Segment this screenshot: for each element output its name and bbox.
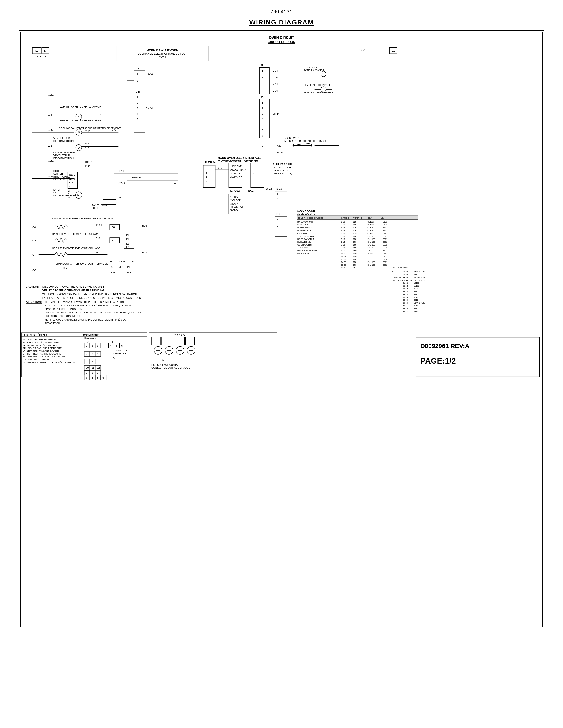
svg-text:BR-BROWN/BRUN: BR-BROWN/BRUN [298,238,315,240]
svg-text:C  4: C 4 [69,181,73,184]
svg-text:TEMPERATURE PROBE: TEMPERATURE PROBE [304,84,331,86]
svg-text:P1   2    1A   2A: P1 2 1A 2A [173,334,186,336]
svg-text:DE PORTE: DE PORTE [53,178,66,181]
section-title: WIRING DIAGRAM [249,19,314,26]
svg-text:1 +13V DC: 1 +13V DC [230,196,242,198]
svg-text:CL1251: CL1251 [368,229,374,232]
svg-text:CONTACT DE SURFACE CHAUDE: CONTACT DE SURFACE CHAUDE [151,366,190,369]
page: 790.4131 WIRING DIAGRAM OVEN CIRCUIT CIR… [0,0,563,728]
svg-text:2: 2 [205,171,207,174]
svg-text:V-14: V-14 [273,89,278,92]
svg-text:SONDE À VIANDE: SONDE À VIANDE [304,69,324,72]
svg-text:13  12: 13 12 [341,258,346,260]
svg-rect-32 [259,67,269,94]
svg-text:3173: 3173 [383,221,387,223]
svg-text:BROIL ELEMENT  ÉLÉMENT DE GRIL: BROIL ELEMENT ÉLÉMENT DE GRILLAGE [52,247,100,250]
svg-text:35  18: 35 18 [403,296,408,298]
svg-text:SEW-1: SEW-1 [368,250,374,252]
svg-text:3321: 3321 [383,238,387,240]
svg-text:O-7: O-7 [32,269,36,272]
svg-text:P1: P1 [126,234,129,236]
svg-text:W-14: W-14 [48,144,54,147]
svg-text:3122: 3122 [383,250,387,252]
svg-text:14  20: 14 20 [341,261,346,263]
svg-text:1: 1 [68,193,70,195]
svg-text:6: 6 [86,376,87,379]
svg-text:22  22: 22 22 [403,285,408,287]
svg-text:VENTILATEUR: VENTILATEUR [53,137,70,139]
svg-text:12: 12 [97,366,100,369]
svg-text:SONDE À TEMPÉRATURE: SONDE À TEMPÉRATURE [304,91,333,94]
svg-text:PR-14: PR-14 [85,142,92,145]
svg-text:19  20: 19 20 [403,276,408,278]
svg-text:LR - LEFT REAR / ARRIÈRE GAUCH: LR - LEFT REAR / ARRIÈRE GAUCHE [23,353,61,355]
svg-text:3  12: 3 12 [341,229,345,232]
svg-text:Y-14: Y-14 [112,129,117,132]
svg-text:MOTOR: MOTOR [53,191,62,194]
svg-text:IN: IN [127,266,130,268]
diagram-border: OVEN CIRCUIT CIRCUIT DU FOUR L2 N L1 BK-… [19,30,544,703]
svg-text:SEW-1  3122: SEW-1 3122 [414,270,425,273]
svg-text:T-14: T-14 [85,114,90,117]
svg-rect-130 [103,199,116,204]
svg-text:I2C1: I2C1 [253,160,258,163]
svg-text:B: B [112,340,113,343]
svg-text:Y-YELLOW/JAUNE: Y-YELLOW/JAUNE [298,235,315,237]
svg-text:NC 6: NC 6 [69,174,75,176]
svg-text:3173: 3173 [383,224,387,226]
svg-text:5: 5 [252,171,254,174]
svg-text:BK-9: BK-9 [359,48,365,51]
svg-text:EXL-150: EXL-150 [368,264,375,266]
svg-text:(PANNEAU DE: (PANNEAU DE [273,169,289,172]
svg-text:RÉPARATION.: RÉPARATION. [45,322,61,325]
svg-text:3321: 3321 [383,261,387,263]
svg-text:SEW-1: SEW-1 [368,252,374,255]
svg-text:CAUTION:: CAUTION: [26,285,39,288]
svg-text:3: 3 [97,344,98,347]
svg-text:8: 8 [91,353,93,355]
svg-text:D'INTERFACE DE UTILISATEUR: D'INTERFACE DE UTILISATEUR [217,160,253,163]
svg-text:5: 5 [116,344,117,347]
svg-rect-233 [297,220,418,268]
svg-text:CL1251: CL1251 [368,227,374,229]
svg-text:1: 1 [137,73,138,75]
svg-text:LF - LEFT FRONT / AVANT GAUCHE: LF - LEFT FRONT / AVANT GAUCHE [23,350,59,352]
svg-text:3321: 3321 [383,244,387,246]
svg-text:2: 2 [68,190,70,192]
svg-text:10: 10 [173,181,176,184]
svg-text:39  14: 39 14 [403,302,408,304]
svg-text:J6: J6 [260,64,263,67]
svg-text:48  22: 48 22 [403,308,408,310]
svg-text:GY-14: GY-14 [276,151,283,154]
svg-text:HS - HOT SURFACE / SURFACE CHA: HS - HOT SURFACE / SURFACE CHAUDE [23,355,65,358]
svg-text:W-WHITE/BLANC: W-WHITE/BLANC [298,227,314,229]
svg-text:9: 9 [97,353,98,355]
svg-text:IN: IN [132,260,134,263]
svg-text:2: 2 [261,76,263,79]
svg-text:COLOR CODE: COLOR CODE [297,209,315,212]
svg-text:PAGE:1/2: PAGE:1/2 [420,356,456,365]
svg-text:K3: K3 [126,246,129,248]
svg-text:DE CONVECTION: DE CONVECTION [53,157,73,159]
svg-text:NO: NO [127,271,131,274]
svg-text:3173: 3173 [383,229,387,232]
svg-text:21  22: 21 22 [403,282,408,284]
svg-text:L2: L2 [35,49,38,52]
svg-text:GY-GRAY/GRIS: GY-GRAY/GRIS [298,244,312,246]
svg-text:IDENTIFIEZ TOUS LES FILS AVANT: IDENTIFIEZ TOUS LES FILS AVANT DE LES DÉ… [45,304,131,307]
svg-text:4  12: 4 12 [341,232,345,235]
svg-text:40  8: 40 8 [403,305,407,307]
svg-text:Y-14: Y-14 [85,130,90,132]
svg-text:5: 5 [261,124,263,126]
svg-text:125: 125 [353,221,356,223]
svg-text:DOOR: DOOR [53,170,61,172]
svg-text:11  16: 11 16 [341,252,346,255]
svg-text:3 DATA: 3 DATA [230,202,238,205]
svg-text:Connecteur: Connecteur [113,352,126,355]
svg-text:LAMP HALOGEN  LAMPE HALOGÈNE: LAMP HALOGEN LAMPE HALOGÈNE [59,119,101,122]
svg-text:6: 6 [137,125,138,127]
svg-text:PR-14: PR-14 [85,161,92,164]
svg-text:OVEN RELAY BOARD: OVEN RELAY BOARD [147,48,178,51]
svg-text:P7: P7 [112,239,115,242]
svg-text:MARS  OVEN USER INTERFACE: MARS OVEN USER INTERFACE [217,156,261,159]
